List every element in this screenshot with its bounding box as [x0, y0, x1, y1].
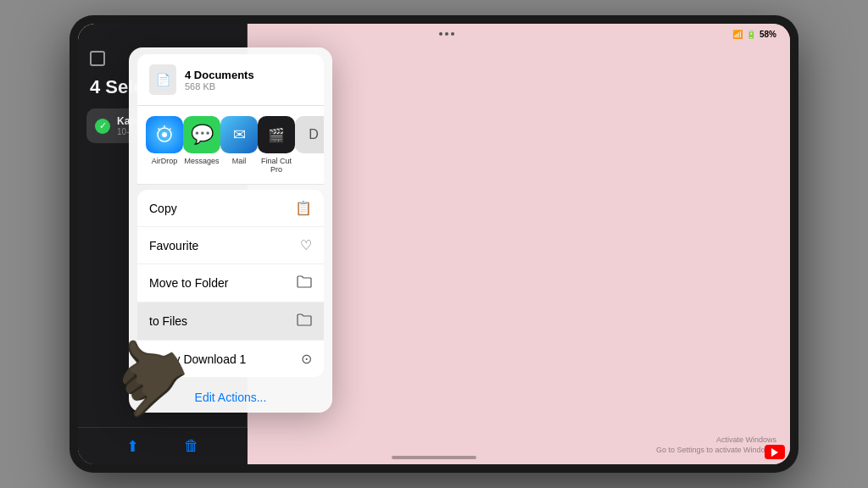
app-icons-row: AirDrop 💬 Messages ✉ Mail 🎬 Final Cut Pr… — [137, 106, 324, 185]
copy-action[interactable]: Copy 📋 — [137, 190, 324, 227]
status-right: 📶 🔋 58% — [732, 30, 776, 39]
share-button[interactable]: ⬆ — [126, 437, 139, 456]
messages-icon: 💬 — [183, 116, 220, 153]
lucky-download-action[interactable]: Lucky Download 1 ⊙ — [137, 341, 324, 377]
panel-header-left — [90, 51, 105, 66]
battery-percent: 58% — [760, 30, 776, 39]
youtube-badge — [765, 445, 785, 459]
download-icon: ⊙ — [301, 351, 312, 367]
dot3 — [451, 32, 454, 36]
mail-icon: ✉ — [220, 116, 258, 153]
heart-icon: ♡ — [300, 237, 312, 253]
favourite-label: Favourite — [149, 239, 198, 252]
status-left: 11:20 Thu 18 Jul — [92, 29, 161, 39]
edit-actions-button[interactable]: Edit Actions... — [129, 382, 332, 413]
fcp-icon: 🎬 — [258, 116, 295, 153]
date: Thu 18 Jul — [119, 30, 160, 39]
mail-item[interactable]: ✉ Mail — [220, 116, 258, 174]
square-icon — [90, 51, 105, 66]
doc-size: 568 KB — [185, 81, 254, 92]
fcp-label: Final Cut Pro — [258, 157, 295, 174]
move-to-folder-action[interactable]: Move to Folder — [137, 264, 324, 302]
doc-title: 4 Documents — [185, 69, 254, 81]
messages-item[interactable]: 💬 Messages — [183, 116, 220, 174]
doc-info: 4 Documents 568 KB — [185, 69, 254, 92]
save-to-files-action[interactable]: to Files — [137, 302, 324, 341]
status-bar: 11:20 Thu 18 Jul 📶 🔋 58% — [78, 24, 790, 44]
delete-button[interactable]: 🗑 — [184, 437, 199, 455]
save-files-icon — [297, 313, 312, 330]
ipad-screen: 11:20 Thu 18 Jul 📶 🔋 58% Cancel — [78, 24, 790, 464]
move-to-folder-label: Move to Folder — [149, 276, 228, 290]
save-to-files-label: to Files — [149, 314, 187, 328]
airdrop-icon — [146, 116, 183, 153]
messages-label: Messages — [184, 157, 219, 165]
airdrop-item[interactable]: AirDrop — [146, 116, 183, 174]
folder-icon — [297, 274, 312, 291]
favourite-action[interactable]: Favourite ♡ — [137, 227, 324, 264]
ipad-frame: 11:20 Thu 18 Jul 📶 🔋 58% Cancel — [70, 15, 798, 473]
dot1 — [439, 32, 442, 36]
airdrop-label: AirDrop — [152, 157, 178, 165]
home-indicator — [392, 456, 476, 459]
watermark-line2: Go to Settings to activate Windows. — [656, 445, 776, 456]
action-list: Copy 📋 Favourite ♡ Move to Folder to Fil… — [137, 190, 324, 377]
time: 11:20 — [92, 29, 115, 39]
fcp-item[interactable]: 🎬 Final Cut Pro — [258, 116, 295, 174]
svg-point-1 — [162, 132, 167, 137]
lucky-download-label: Lucky Download 1 — [149, 352, 246, 366]
copy-label: Copy — [149, 202, 177, 215]
dot2 — [445, 32, 448, 36]
more-item[interactable]: D — [295, 116, 324, 174]
document-icon: 📄 — [149, 64, 176, 95]
wifi-icon: 📶 — [732, 30, 743, 39]
bottom-toolbar: ⬆ 🗑 — [78, 427, 248, 464]
windows-watermark: Activate Windows Go to Settings to activ… — [656, 435, 776, 456]
share-sheet: 📄 4 Documents 568 KB — [129, 47, 332, 413]
check-circle: ✓ — [95, 119, 110, 134]
battery-icon: 🔋 — [746, 30, 756, 39]
watermark-line1: Activate Windows — [656, 435, 776, 446]
copy-icon: 📋 — [295, 200, 312, 216]
mail-label: Mail — [232, 157, 247, 165]
documents-row: 📄 4 Documents 568 KB — [137, 54, 324, 106]
more-icon: D — [295, 116, 324, 153]
status-center — [439, 32, 454, 36]
